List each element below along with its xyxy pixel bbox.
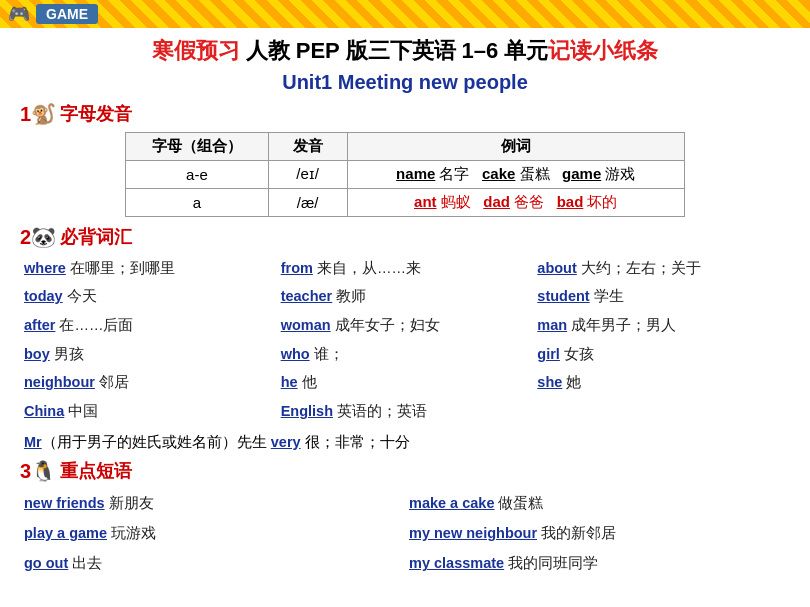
phrase-play-a-game: play a game 玩游戏 [20,519,405,547]
table-row: a-e /eɪ/ name 名字 cake 蛋糕 game 游戏 [126,160,685,188]
game-icon: 🎮 [8,3,30,25]
phrases-icon: 3🐧 [20,459,56,483]
vocab-man: man 成年男子；男人 [533,312,790,339]
vocab-neighbour: neighbour 邻居 [20,369,277,396]
sound-ei: /eɪ/ [268,160,347,188]
phrase-new-friends: new friends 新朋友 [20,489,405,517]
phrase-my-classmate: my classmate 我的同班同学 [405,549,790,577]
title-part3: 记读小纸条 [548,38,658,63]
vocab-who: who 谁； [277,341,534,368]
phrase-my-new-neighbour: my new neighbour 我的新邻居 [405,519,790,547]
vocab-from: from 来自，从……来 [277,255,534,282]
section-vocab-header: 2🐼 必背词汇 [20,225,790,249]
game-label: GAME [36,4,98,24]
example-name: name 名字 [396,165,469,182]
vocab-she: she 她 [533,369,790,396]
vocab-today: today 今天 [20,283,277,310]
title-part2: 人教 PEP 版三下英语 1–6 单元 [240,38,549,63]
vocab-teacher: teacher 教师 [277,283,534,310]
vocab-where: where 在哪里；到哪里 [20,255,277,282]
vocab-boy: boy 男孩 [20,341,277,368]
examples-ae: name 名字 cake 蛋糕 game 游戏 [347,160,684,188]
phrase-make-a-cake: make a cake 做蛋糕 [405,489,790,517]
vocab-mr-row: Mr（用于男子的姓氏或姓名前）先生 very 很；非常；十分 [20,429,790,456]
section-phrases-header: 3🐧 重点短语 [20,459,790,483]
vocab-girl: girl 女孩 [533,341,790,368]
header-bar: 🎮 GAME [0,0,810,28]
vocab-grid: where 在哪里；到哪里 from 来自，从……来 about 大约；左右；关… [20,255,790,425]
title-part1: 寒假预习 [152,38,240,63]
section-phonics-header: 1🐒 字母发音 [20,102,790,126]
table-header-letter: 字母（组合） [126,132,269,160]
examples-a: ant 蚂蚁 dad 爸爸 bad 坏的 [347,188,684,216]
example-dad: dad 爸爸 [483,193,544,210]
table-row: a /æ/ ant 蚂蚁 dad 爸爸 bad 坏的 [126,188,685,216]
vocab-china: China 中国 [20,398,277,425]
sound-ae: /æ/ [268,188,347,216]
big-title: 寒假预习 人教 PEP 版三下英语 1–6 单元记读小纸条 [20,36,790,67]
vocab-about: about 大约；左右；关于 [533,255,790,282]
letter-ae: a-e [126,160,269,188]
vocab-student: student 学生 [533,283,790,310]
phrase-grid: new friends 新朋友 make a cake 做蛋糕 play a g… [20,489,790,577]
vocab-english: English 英语的；英语 [277,398,534,425]
phrase-go-out: go out 出去 [20,549,405,577]
example-ant: ant 蚂蚁 [414,193,471,210]
phonics-label: 字母发音 [60,102,132,126]
vocab-after: after 在……后面 [20,312,277,339]
vocab-label: 必背词汇 [60,225,132,249]
vocab-icon: 2🐼 [20,225,56,249]
letter-a: a [126,188,269,216]
example-bad: bad 坏的 [557,193,618,210]
table-header-example: 例词 [347,132,684,160]
vocab-woman: woman 成年女子；妇女 [277,312,534,339]
phonics-table: 字母（组合） 发音 例词 a-e /eɪ/ name 名字 cake 蛋糕 ga… [125,132,685,217]
vocab-he: he 他 [277,369,534,396]
main-content: 寒假预习 人教 PEP 版三下英语 1–6 单元记读小纸条 Unit1 Meet… [0,28,810,586]
phonics-icon: 1🐒 [20,102,56,126]
example-cake: cake 蛋糕 [482,165,550,182]
unit-subtitle: Unit1 Meeting new people [20,71,790,94]
table-header-sound: 发音 [268,132,347,160]
phrases-label: 重点短语 [60,459,132,483]
example-game: game 游戏 [562,165,635,182]
